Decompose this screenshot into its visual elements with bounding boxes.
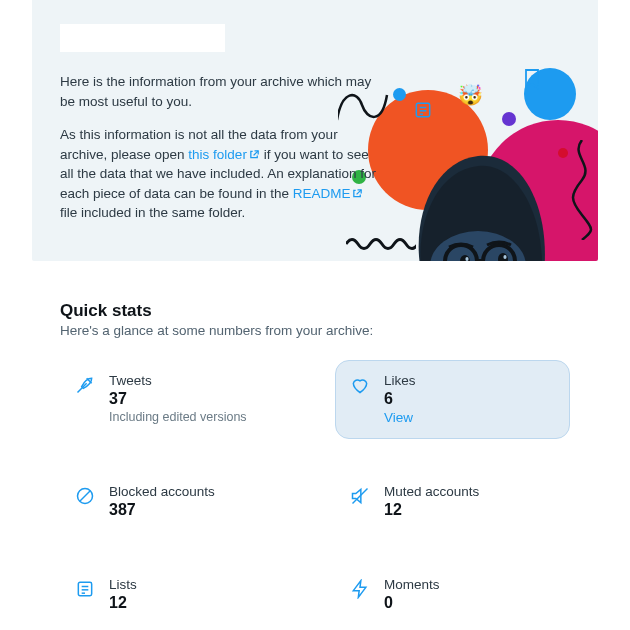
stat-lists: Lists 12 (60, 564, 295, 625)
quick-stats-section: Quick stats Here's a glance at some numb… (0, 261, 630, 625)
stat-label: Blocked accounts (109, 484, 280, 499)
stat-value: 0 (384, 594, 555, 612)
stat-likes[interactable]: Likes 6 View (335, 360, 570, 439)
block-icon (75, 486, 95, 506)
decor-circle-purple (502, 112, 516, 126)
external-link-icon (352, 188, 363, 199)
view-link[interactable]: View (384, 410, 413, 425)
scribble-wave-graphic (346, 235, 416, 253)
external-link-icon (249, 149, 260, 160)
stat-value: 387 (109, 501, 280, 519)
readme-link-text: README (293, 186, 351, 201)
hero-banner: Here is the information from your archiv… (32, 0, 598, 261)
stat-muted: Muted accounts 12 (335, 471, 570, 532)
intro-text-2-post: file included in the same folder. (60, 205, 245, 220)
intro-text-2: As this information is not all the data … (60, 125, 380, 223)
stat-tweets: Tweets 37 Including edited versions (60, 360, 295, 439)
mute-icon (350, 486, 370, 506)
quick-stats-title: Quick stats (60, 301, 570, 321)
stat-label: Lists (109, 577, 280, 592)
list-icon (75, 579, 95, 599)
stat-note: Including edited versions (109, 410, 280, 424)
person-head-graphic (403, 151, 553, 261)
bookmark-icon (523, 68, 541, 94)
intro-text-1: Here is the information from your archiv… (60, 72, 380, 111)
svg-line-13 (80, 491, 90, 501)
exploding-head-emoji: 🤯 (458, 83, 483, 107)
stat-value: 37 (109, 390, 280, 408)
stats-grid: Tweets 37 Including edited versions Like… (60, 360, 570, 625)
this-folder-link-text: this folder (188, 147, 247, 162)
stat-label: Likes (384, 373, 555, 388)
svg-point-10 (465, 257, 468, 261)
decor-circle-bluesm (393, 88, 406, 101)
this-folder-link[interactable]: this folder (188, 147, 260, 162)
logo-placeholder (60, 24, 225, 52)
scribble-graphic (564, 140, 598, 240)
stat-value: 12 (384, 501, 555, 519)
lightning-icon (350, 579, 370, 599)
feather-icon (75, 375, 95, 395)
stat-label: Tweets (109, 373, 280, 388)
quick-stats-subtitle: Here's a glance at some numbers from you… (60, 323, 570, 338)
note-icon (413, 100, 433, 124)
stat-value: 6 (384, 390, 555, 408)
heart-icon (350, 375, 370, 395)
svg-point-11 (503, 255, 506, 259)
stat-moments: Moments 0 (335, 564, 570, 625)
stat-label: Muted accounts (384, 484, 555, 499)
stat-blocked: Blocked accounts 387 (60, 471, 295, 532)
stat-value: 12 (109, 594, 280, 612)
stat-label: Moments (384, 577, 555, 592)
readme-link[interactable]: README (293, 186, 364, 201)
